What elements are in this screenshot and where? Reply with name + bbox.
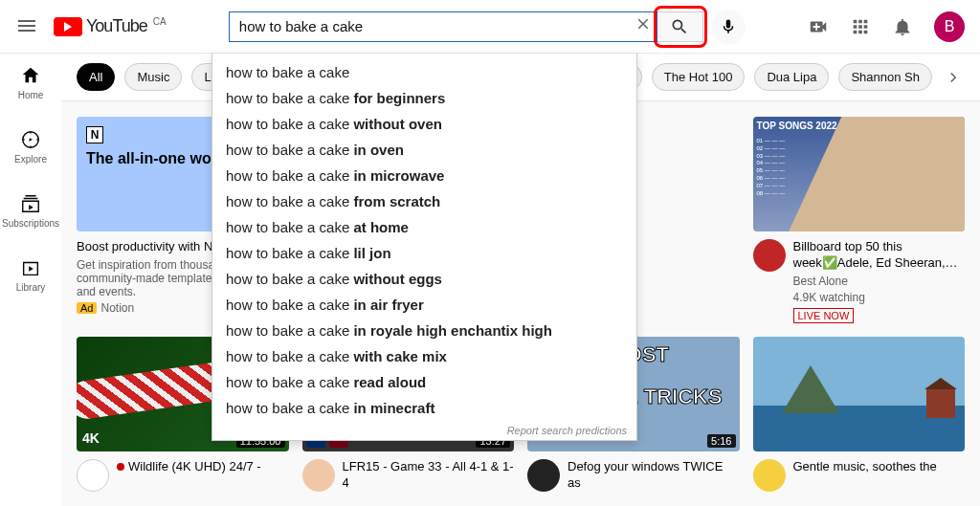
live-badge: LIVE NOW — [793, 308, 855, 323]
video-card[interactable]: Gentle music, soothes the — [753, 337, 966, 492]
youtube-logo[interactable]: YouTube CA — [54, 16, 167, 36]
thumbnail-overlay: TOP SONGS 2022 — [757, 121, 837, 131]
chips-scroll-right[interactable] — [942, 66, 965, 89]
live-dot-icon — [117, 463, 124, 471]
voice-search-button[interactable] — [711, 10, 746, 44]
search-box — [229, 11, 657, 42]
video-meta: 4.9K watching — [793, 291, 966, 304]
chip-hot100[interactable]: The Hot 100 — [652, 63, 746, 91]
video-title: Wildlife (4K UHD) 24/7 - — [117, 459, 261, 475]
channel-avatar[interactable] — [77, 459, 109, 492]
search-suggestion[interactable]: how to bake a cake lil jon — [212, 240, 636, 266]
search-button[interactable] — [657, 11, 703, 42]
chevron-right-icon — [945, 69, 962, 86]
search-suggestion[interactable]: how to bake a cake — [212, 59, 636, 85]
create-icon[interactable] — [808, 16, 829, 37]
channel-avatar[interactable] — [527, 459, 560, 492]
search-suggestion[interactable]: how to bake a cake from scratch — [212, 188, 636, 214]
search-suggestion[interactable]: how to bake a cake in minecraft — [212, 395, 636, 421]
logo-text: YouTube — [86, 16, 147, 36]
video-card[interactable]: TOP SONGS 2022 01 — — —02 — — —03 — — —0… — [753, 117, 966, 323]
sidebar-label: Subscriptions — [2, 218, 59, 229]
account-avatar[interactable]: B — [934, 11, 965, 42]
channel-name[interactable]: Best Alone — [793, 275, 966, 288]
video-title: Billboard top 50 this week✅Adele, Ed She… — [793, 239, 966, 272]
notifications-icon[interactable] — [892, 16, 913, 37]
microphone-icon — [720, 18, 737, 35]
video-thumbnail — [753, 337, 966, 451]
search-icon — [670, 17, 689, 36]
library-icon — [20, 257, 41, 278]
menu-icon[interactable] — [15, 15, 38, 38]
search-suggestion[interactable]: how to bake a cake with cake mix — [212, 343, 636, 369]
video-thumbnail: TOP SONGS 2022 01 — — —02 — — —03 — — —0… — [753, 117, 966, 231]
video-title: Gentle music, soothes the — [793, 459, 937, 475]
sidebar-label: Home — [18, 90, 44, 100]
chip-music[interactable]: Music — [124, 63, 182, 91]
channel-avatar[interactable] — [753, 239, 786, 272]
region-code: CA — [153, 16, 167, 27]
sidebar-label: Library — [16, 282, 46, 293]
home-icon — [20, 65, 41, 86]
sidebar-item-library[interactable]: Library — [0, 252, 61, 298]
explore-icon — [20, 129, 41, 150]
ad-badge: Ad — [77, 302, 97, 314]
sidebar-item-subscriptions[interactable]: Subscriptions — [0, 187, 61, 234]
sidebar-item-home[interactable]: Home — [0, 59, 61, 106]
video-title: LFR15 - Game 33 - All 4-1 & 1-4 — [343, 459, 515, 492]
search-suggestion[interactable]: how to bake a cake for beginners — [212, 85, 636, 111]
search-suggestions: how to bake a cakehow to bake a cake for… — [212, 54, 637, 441]
play-icon — [54, 17, 82, 36]
chip-shannon[interactable]: Shannon Sh — [838, 63, 932, 91]
clear-search-button[interactable] — [630, 15, 657, 37]
video-duration: 5:16 — [707, 434, 735, 448]
chip-dualipa[interactable]: Dua Lipa — [754, 63, 829, 91]
search-suggestion[interactable]: how to bake a cake in oven — [212, 137, 636, 163]
channel-avatar[interactable] — [753, 459, 786, 492]
search-suggestion[interactable]: how to bake a cake at home — [212, 214, 636, 240]
apps-icon[interactable] — [850, 16, 871, 37]
sidebar-item-explore[interactable]: Explore — [0, 123, 61, 170]
search-suggestion[interactable]: how to bake a cake in royale high enchan… — [212, 318, 636, 343]
search-suggestion[interactable]: how to bake a cake without eggs — [212, 266, 636, 292]
search-suggestion[interactable]: how to bake a cake read aloud — [212, 369, 636, 395]
subscriptions-icon — [20, 193, 41, 214]
search-input[interactable] — [230, 18, 630, 34]
header: YouTube CA B — [0, 0, 980, 54]
chip-all[interactable]: All — [77, 63, 115, 91]
sidebar-label: Explore — [14, 154, 47, 165]
ad-logo: N — [86, 126, 103, 143]
search-bar — [229, 10, 746, 44]
search-suggestion[interactable]: how to bake a cake in air fryer — [212, 292, 636, 318]
search-suggestion[interactable]: how to bake a cake in microwave — [212, 163, 636, 188]
report-predictions-link[interactable]: Report search predictions — [212, 421, 636, 438]
thumbnail-overlay: 4K — [82, 430, 100, 446]
channel-avatar[interactable] — [302, 459, 335, 492]
search-suggestion[interactable]: how to bake a cake without oven — [212, 111, 636, 137]
video-title: Defog your windows TWICE as — [568, 459, 740, 492]
sidebar: Home Explore Subscriptions Library — [0, 54, 61, 506]
